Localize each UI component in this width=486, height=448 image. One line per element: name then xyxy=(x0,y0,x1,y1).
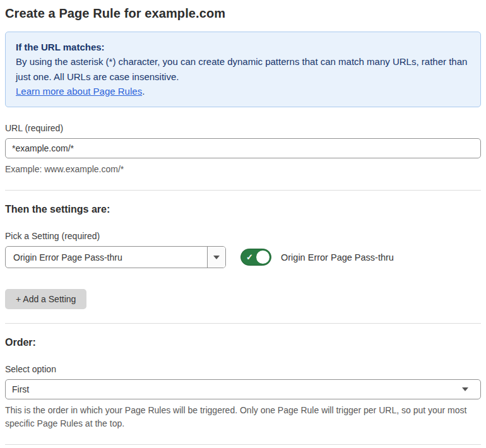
url-match-info-callout: If the URL matches: By using the asteris… xyxy=(5,32,481,107)
order-select-dropdown[interactable]: First xyxy=(5,379,481,399)
setting-picker-value: Origin Error Page Pass-thru xyxy=(6,247,207,268)
setting-row: Origin Error Page Pass-thru ✓ Origin Err… xyxy=(5,246,481,268)
toggle-knob xyxy=(256,251,270,264)
add-setting-button[interactable]: + Add a Setting xyxy=(5,289,86,309)
info-callout-body: By using the asterisk (*) character, you… xyxy=(16,54,470,84)
page-title: Create a Page Rule for example.com xyxy=(5,6,481,21)
info-callout-heading: If the URL matches: xyxy=(16,40,470,54)
link-period: . xyxy=(142,86,145,97)
pick-setting-label: Pick a Setting (required) xyxy=(5,231,481,241)
order-helper-text: This is the order in which your Page Rul… xyxy=(5,404,481,430)
divider xyxy=(5,444,481,445)
order-select-label: Select option xyxy=(5,364,481,374)
url-input[interactable] xyxy=(5,138,481,158)
setting-picker-dropdown[interactable]: Origin Error Page Pass-thru xyxy=(5,246,226,268)
url-example-helper: Example: www.example.com/* xyxy=(5,163,481,176)
order-select-value: First xyxy=(12,384,462,394)
setting-toggle-label: Origin Error Page Pass-thru xyxy=(281,252,394,262)
chevron-down-icon xyxy=(462,387,468,391)
chevron-down-icon xyxy=(213,256,220,259)
setting-picker-arrow-button[interactable] xyxy=(207,247,225,268)
divider xyxy=(5,323,481,324)
info-callout-link-line: Learn more about Page Rules. xyxy=(16,84,470,98)
url-field-label: URL (required) xyxy=(5,123,481,133)
divider xyxy=(5,190,481,191)
check-icon: ✓ xyxy=(246,253,253,261)
order-section-heading: Order: xyxy=(5,337,481,348)
create-page-rule-panel: Create a Page Rule for example.com If th… xyxy=(0,0,486,448)
setting-toggle[interactable]: ✓ xyxy=(240,249,271,266)
settings-section-heading: Then the settings are: xyxy=(5,204,481,215)
learn-more-link[interactable]: Learn more about Page Rules xyxy=(16,86,142,97)
